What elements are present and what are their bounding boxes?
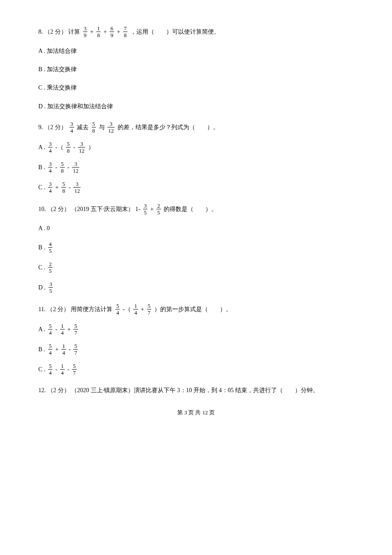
fraction-5-8: 58 (92, 121, 96, 133)
fraction: 312 (78, 141, 85, 153)
q8-tail: ，运用（ ）可以使计算简便。 (129, 26, 220, 37)
q9-option-c: C . 34 + 58 - 312 (38, 181, 354, 194)
q10-option-c: C . 25 (38, 261, 354, 274)
q9-num: 9. （2 分） (38, 122, 68, 133)
page-number: 第 3 页 共 12 页 (177, 409, 215, 416)
fraction-3-12: 312 (107, 121, 115, 133)
q11-option-c: C . 54 - 14 - 57 (38, 363, 354, 376)
plus: + (89, 26, 95, 37)
fraction-1-8: 18 (96, 26, 101, 38)
q8-num: 8. （2 分） 计算 (38, 26, 82, 37)
fraction: 34 (48, 141, 53, 153)
fraction-3-5: 35 (49, 281, 53, 294)
fraction-5-4: 54 (115, 303, 120, 315)
q8-stem: 8. （2 分） 计算 39 + 18 + 69 + 78 ，运用（ ）可以使计… (38, 26, 354, 38)
fraction: 312 (72, 161, 79, 173)
q10-tail: 的得数是（ ）。 (162, 204, 218, 214)
question-8: 8. （2 分） 计算 39 + 18 + 69 + 78 ，运用（ ）可以使计… (38, 26, 354, 112)
fraction-5-7: 57 (147, 303, 152, 315)
question-10: 10. （2 分） （2019 五下·庆云期末） 1- 35 + 25 的得数是… (38, 203, 354, 294)
q10-option-a: A . 0 (38, 223, 354, 234)
q9-option-a: A . 34 -（ 58 - 312 ） (38, 141, 354, 153)
q9-stem: 9. （2 分） 34 减去 58 与 312 的差，结果是多少？列式为（ ）。 (38, 121, 354, 133)
fraction-3-4: 34 (69, 121, 74, 133)
fraction: 57 (72, 363, 77, 376)
q8-option-a: A . 加法结合律 (38, 46, 354, 56)
fraction: 14 (60, 363, 65, 376)
fraction: 57 (73, 343, 78, 356)
fraction: 54 (48, 343, 53, 356)
q9-mid2: 与 (97, 122, 106, 133)
q10-option-d: D . 35 (38, 281, 354, 294)
fraction: 34 (48, 181, 53, 194)
fraction: 58 (61, 181, 66, 194)
fraction-2-5: 25 (156, 203, 161, 215)
fraction-3-9: 39 (83, 26, 88, 38)
fraction-3-5: 35 (143, 203, 148, 215)
q11-num: 11. （2 分） 用简便方法计算 (38, 304, 114, 315)
question-11: 11. （2 分） 用简便方法计算 54 -（ 14 + 57 ）的第一步算式是… (38, 303, 354, 376)
q11-stem: 11. （2 分） 用简便方法计算 54 -（ 14 + 57 ）的第一步算式是… (38, 303, 354, 315)
question-12: 12. （2 分） （2020 三上·镇原期末）演讲比赛从下午 3：10 开始，… (38, 385, 354, 396)
q10-option-b: B . 45 (38, 241, 354, 254)
q11-tail: ）的第一步算式是（ ）。 (153, 304, 232, 315)
q9-tail: 的差，结果是多少？列式为（ ）。 (116, 122, 219, 133)
q8-option-d: D . 加法交换律和加法结合律 (38, 101, 354, 112)
fraction-6-9: 69 (110, 26, 114, 38)
fraction: 34 (48, 161, 53, 173)
q10-num: 10. （2 分） （2019 五下·庆云期末） (38, 204, 135, 214)
fraction: 14 (61, 343, 66, 356)
fraction-1-4: 14 (133, 303, 138, 315)
q9-option-b: B . 34 - 58 - 312 (38, 161, 354, 173)
fraction-7-8: 78 (123, 26, 128, 38)
fraction: 14 (60, 323, 65, 335)
fraction: 54 (48, 363, 53, 376)
fraction-4-5: 45 (48, 241, 53, 254)
q11-option-b: B . 54 + 14 - 57 (38, 343, 354, 356)
fraction: 54 (48, 323, 53, 335)
fraction: 58 (66, 141, 71, 153)
q12-text: 12. （2 分） （2020 三上·镇原期末）演讲比赛从下午 3：10 开始，… (38, 385, 319, 396)
q8-option-b: B . 加法交换律 (38, 64, 354, 75)
q9-mid1: 减去 (75, 122, 90, 133)
q11-option-a: A . 54 - 14 + 57 (38, 323, 354, 335)
plus: + (102, 26, 108, 37)
q12-stem: 12. （2 分） （2020 三上·镇原期末）演讲比赛从下午 3：10 开始，… (38, 385, 354, 396)
q8-option-c: C . 乘法交换律 (38, 82, 354, 93)
q10-stem: 10. （2 分） （2019 五下·庆云期末） 1- 35 + 25 的得数是… (38, 203, 354, 215)
fraction: 312 (73, 181, 81, 194)
fraction: 58 (60, 161, 65, 173)
question-9: 9. （2 分） 34 减去 58 与 312 的差，结果是多少？列式为（ ）。… (38, 121, 354, 194)
fraction: 57 (73, 323, 78, 335)
page-footer: 第 3 页 共 12 页 (38, 408, 354, 417)
fraction-2-5: 25 (48, 261, 53, 274)
plus: + (115, 26, 122, 37)
